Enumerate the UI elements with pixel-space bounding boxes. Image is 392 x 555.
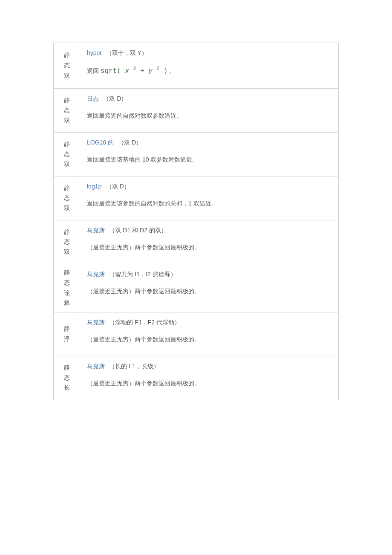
modifier-text: 静 态 双 <box>64 95 70 126</box>
method-params: （双十，双 Y） <box>106 49 147 56</box>
modifier-text: 静 态 双 <box>64 183 70 214</box>
method-signature: 马克斯 （长的 L1，长级） <box>87 362 331 370</box>
method-cell: 马克斯 （浮动的 F1，F2 代浮动） （最接近正无穷）两个参数返回最积极的。 <box>80 312 338 356</box>
modifier-text: 静 态 双 <box>64 227 70 257</box>
modifier-cell: 静 态 双 <box>54 43 80 88</box>
method-params: （双 D） <box>118 139 142 146</box>
method-description: 返回 sqrt( x 2 + y 2 ) 。 <box>87 66 331 76</box>
method-link[interactable]: LOG10 的 <box>87 139 114 146</box>
modifier-cell: 静 态 双 <box>54 89 80 132</box>
method-params: （双 D） <box>103 95 127 102</box>
code-formula: sqrt( x 2 + y 2 ) <box>101 67 167 75</box>
method-description: 返回最接近的自然对数双参数逼近。 <box>87 111 331 120</box>
table-row: 静 态 诠 释 马克斯 （智力为 I1，I2 的诠释） （最接近正无穷）两个参数… <box>54 264 338 312</box>
table-row: 静 态 双 马克斯 （双 D1 和 D2 的双） （最接近正无穷）两个参数返回最… <box>54 220 338 264</box>
method-cell: 马克斯 （长的 L1，长级） （最接近正无穷）两个参数返回最积极的。 <box>80 356 338 400</box>
modifier-text: 静 态 长 <box>64 363 70 393</box>
method-link[interactable]: log1p <box>87 183 101 190</box>
table-row: 静 浮 马克斯 （浮动的 F1，F2 代浮动） （最接近正无穷）两个参数返回最积… <box>54 312 338 356</box>
modifier-cell: 静 态 双 <box>54 220 80 264</box>
method-cell: LOG10 的 （双 D） 返回最接近该基地的 10 双参数对数逼近。 <box>80 133 338 176</box>
modifier-cell: 静 浮 <box>54 312 80 356</box>
method-signature: LOG10 的 （双 D） <box>87 139 331 147</box>
modifier-text: 静 浮 <box>64 324 70 344</box>
modifier-text: 静 态 双 <box>64 50 70 81</box>
method-cell: 马克斯 （智力为 I1，I2 的诠释） （最接近正无穷）两个参数返回最积极的。 <box>80 264 338 312</box>
method-params: （双 D1 和 D2 的双） <box>109 227 167 234</box>
method-cell: 马克斯 （双 D1 和 D2 的双） （最接近正无穷）两个参数返回最积极的。 <box>80 220 338 264</box>
method-description: （最接近正无穷）两个参数返回最积极的。 <box>87 243 331 252</box>
method-description: （最接近正无穷）两个参数返回最积极的。 <box>87 287 331 296</box>
method-params: （长的 L1，长级） <box>109 363 159 370</box>
method-link[interactable]: 日志 <box>87 95 99 102</box>
method-signature: hypot （双十，双 Y） <box>87 49 331 57</box>
modifier-cell: 静 态 长 <box>54 356 80 400</box>
method-cell: log1p （双 D） 返回最接近该参数的自然对数的总和，1 双逼近。 <box>80 176 338 220</box>
method-description: （最接近正无穷）两个参数返回最积极的。 <box>87 335 331 344</box>
table-row: 静 态 双 日志 （双 D） 返回最接近的自然对数双参数逼近。 <box>54 89 338 133</box>
method-cell: 日志 （双 D） 返回最接近的自然对数双参数逼近。 <box>80 89 338 132</box>
method-link[interactable]: hypot <box>87 49 101 56</box>
method-cell: hypot （双十，双 Y） 返回 sqrt( x 2 + y 2 ) 。 <box>80 43 338 88</box>
table-row: 静 态 双 LOG10 的 （双 D） 返回最接近该基地的 10 双参数对数逼近… <box>54 133 338 176</box>
method-params: （双 D） <box>106 183 130 190</box>
method-link[interactable]: 马克斯 <box>87 227 105 234</box>
method-description: （最接近正无穷）两个参数返回最积极的。 <box>87 379 331 388</box>
table-row: 静 态 双 log1p （双 D） 返回最接近该参数的自然对数的总和，1 双逼近… <box>54 176 338 220</box>
modifier-text: 静 态 诠 释 <box>64 268 70 308</box>
modifier-cell: 静 态 诠 释 <box>54 264 80 312</box>
modifier-cell: 静 态 双 <box>54 133 80 176</box>
modifier-cell: 静 态 双 <box>54 176 80 220</box>
table-row: 静 态 双 hypot （双十，双 Y） 返回 sqrt( x 2 + y 2 … <box>54 43 338 89</box>
method-link[interactable]: 马克斯 <box>87 271 105 278</box>
modifier-text: 静 态 双 <box>64 139 70 170</box>
method-signature: 马克斯 （智力为 I1，I2 的诠释） <box>87 270 331 278</box>
method-link[interactable]: 马克斯 <box>87 363 105 370</box>
method-signature: 马克斯 （双 D1 和 D2 的双） <box>87 226 331 234</box>
method-params: （智力为 I1，I2 的诠释） <box>109 271 176 278</box>
table-row: 静 态 长 马克斯 （长的 L1，长级） （最接近正无穷）两个参数返回最积极的。 <box>54 356 338 400</box>
method-params: （浮动的 F1，F2 代浮动） <box>109 319 180 326</box>
method-signature: log1p （双 D） <box>87 182 331 191</box>
method-signature: 马克斯 （浮动的 F1，F2 代浮动） <box>87 318 331 327</box>
method-signature: 日志 （双 D） <box>87 95 331 103</box>
method-description: 返回最接近该参数的自然对数的总和，1 双逼近。 <box>87 199 331 208</box>
method-description: 返回最接近该基地的 10 双参数对数逼近。 <box>87 155 331 164</box>
methods-table: 静 态 双 hypot （双十，双 Y） 返回 sqrt( x 2 + y 2 … <box>53 43 339 400</box>
method-link[interactable]: 马克斯 <box>87 319 105 326</box>
